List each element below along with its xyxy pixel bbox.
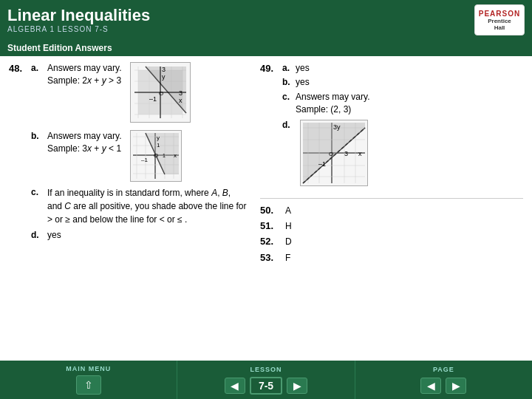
svg-text:1: 1	[163, 153, 166, 158]
prob-48a: a. Answers may vary. Sample: 2x + y > 3	[31, 62, 247, 123]
prob-52-answer: D	[285, 236, 292, 248]
main-content: 48. a. Answers may vary. Sample: 2x + y …	[0, 56, 532, 343]
page-prev-button[interactable]: ◀	[420, 378, 441, 394]
prob-49d-label: d.	[282, 120, 293, 130]
divider	[260, 198, 523, 199]
prob-51-num: 51.	[260, 220, 282, 231]
graph-49d: 3y x O 3 –1	[300, 120, 368, 186]
prob-49c-line2: Sample: (2, 3)	[296, 103, 369, 116]
svg-text:y: y	[157, 134, 160, 141]
lesson-label: LESSON	[250, 366, 282, 373]
prob-52-num: 52.	[260, 236, 282, 247]
prob-50-answer: A	[285, 205, 291, 217]
svg-text:O: O	[159, 90, 163, 97]
prob-48c-label: c.	[31, 186, 43, 197]
graph-48a-svg: 3 y 3 x O –1	[131, 63, 190, 122]
prob-48-num: 48.	[9, 62, 31, 74]
prob-53-answer: F	[285, 252, 290, 265]
svg-text:–1: –1	[318, 160, 326, 168]
prob-48a-line2: Sample: 2x + y > 3	[47, 75, 121, 87]
lesson-badge: 7-5	[250, 377, 282, 395]
prob-49a-label: a.	[282, 63, 293, 73]
main-menu-nav: ⇧	[76, 375, 101, 395]
prob-48b-line1: Answers may vary.	[47, 130, 121, 143]
page-label: PAGE	[433, 366, 454, 373]
footer-lesson[interactable]: LESSON ◀ 7-5 ▶	[177, 361, 354, 399]
graph-48a: 3 y 3 x O –1	[130, 62, 191, 123]
prob-49c-label: c.	[282, 92, 293, 102]
footer-main-menu[interactable]: MAIN MENU ⇧	[0, 361, 177, 399]
prob-49c: c. Answers may vary. Sample: (2, 3)	[282, 91, 369, 117]
section-label: Student Edition Answers	[7, 43, 112, 53]
answers-50-53: 50. A 51. H 52. D 53. F	[260, 205, 523, 265]
main-menu-label: MAIN MENU	[66, 365, 111, 372]
prob-49b: b. yes	[282, 76, 369, 89]
prob-49b-label: b.	[282, 77, 293, 87]
prob-49a: a. yes	[282, 62, 369, 75]
graph-48b-svg: y 1 x 1 O –1	[131, 131, 181, 181]
prob-49-content: a. yes b. yes c. Answers may vary. Sampl…	[282, 62, 369, 192]
prob-49c-line1: Answers may vary.	[296, 91, 369, 103]
svg-text:x: x	[174, 152, 177, 159]
svg-text:3: 3	[162, 66, 166, 73]
graph-49d-svg: 3y x O 3 –1	[301, 120, 367, 185]
prob-50-num: 50.	[260, 205, 282, 216]
answer-row-51: 51. H	[260, 220, 523, 233]
lesson-nav: ◀ 7-5 ▶	[225, 377, 307, 395]
svg-text:3: 3	[179, 89, 183, 97]
prob-53-num: 53.	[260, 252, 282, 263]
svg-text:3y: 3y	[333, 123, 341, 131]
answer-row-52: 52. D	[260, 236, 523, 248]
pearson-logo: PEARSON Prentice Hall	[474, 4, 525, 35]
page-next-button[interactable]: ▶	[446, 378, 466, 394]
footer: MAIN MENU ⇧ LESSON ◀ 7-5 ▶ PAGE ◀ ▶	[0, 361, 532, 399]
lesson-next-button[interactable]: ▶	[287, 378, 307, 394]
right-column: 49. a. yes b. yes c. Answers may vary.	[260, 62, 523, 340]
prob-48b-text: Answers may vary. Sample: 3x + y < 1	[47, 130, 121, 156]
prob-48a-line1: Answers may vary.	[47, 62, 121, 75]
problem-49: 49. a. yes b. yes c. Answers may vary.	[260, 62, 523, 192]
prob-48a-label: a.	[31, 62, 43, 73]
prob-48b: b. Answers may vary. Sample: 3x + y < 1	[31, 130, 247, 182]
prob-51-answer: H	[285, 220, 292, 233]
header-title-block: Linear Inequalities ALGEBRA 1 LESSON 7-S	[7, 7, 150, 33]
prob-48d-text: yes	[47, 229, 61, 242]
subtitle: ALGEBRA 1 LESSON 7-S	[7, 25, 150, 33]
svg-text:1: 1	[157, 142, 160, 149]
svg-text:x: x	[179, 97, 183, 104]
prob-48c-text: If an inequality is in standard form, wh…	[47, 186, 247, 226]
hall-text: Hall	[494, 24, 505, 31]
pearson-text: PEARSON	[479, 10, 520, 18]
prob-48d-label: d.	[31, 229, 43, 240]
header: Linear Inequalities ALGEBRA 1 LESSON 7-S…	[0, 0, 532, 38]
page-title: Linear Inequalities	[7, 7, 150, 24]
prentice-text: Prentice	[488, 18, 511, 24]
answer-row-53: 53. F	[260, 252, 523, 265]
prob-48-content: a. Answers may vary. Sample: 2x + y > 3	[31, 62, 247, 242]
prob-48b-line2: Sample: 3x + y < 1	[47, 143, 121, 155]
prob-49d: d.	[282, 120, 369, 186]
prob-49c-text: Answers may vary. Sample: (2, 3)	[296, 91, 369, 117]
prob-48d: d. yes	[31, 229, 247, 242]
lesson-prev-button[interactable]: ◀	[225, 378, 245, 394]
prob-48a-text: Answers may vary. Sample: 2x + y > 3	[47, 62, 121, 88]
svg-text:–1: –1	[149, 95, 157, 103]
svg-text:3: 3	[344, 150, 348, 157]
prob-49-num: 49.	[260, 62, 282, 74]
footer-page[interactable]: PAGE ◀ ▶	[355, 361, 532, 399]
prob-49a-text: yes	[296, 62, 310, 75]
svg-text:O: O	[329, 151, 333, 157]
prob-48c: c. If an inequality is in standard form,…	[31, 186, 247, 226]
page-nav: ◀ ▶	[420, 378, 466, 394]
prob-48b-label: b.	[31, 130, 43, 141]
svg-text:y: y	[162, 73, 166, 81]
graph-48b: y 1 x 1 O –1	[130, 130, 182, 182]
svg-text:O: O	[154, 152, 158, 159]
svg-text:–1: –1	[141, 157, 148, 163]
problem-48: 48. a. Answers may vary. Sample: 2x + y …	[9, 62, 260, 242]
section-bar: Student Edition Answers	[0, 38, 532, 56]
svg-text:x: x	[358, 150, 362, 157]
answer-row-50: 50. A	[260, 205, 523, 217]
home-button[interactable]: ⇧	[76, 375, 101, 395]
left-column: 48. a. Answers may vary. Sample: 2x + y …	[9, 62, 260, 340]
